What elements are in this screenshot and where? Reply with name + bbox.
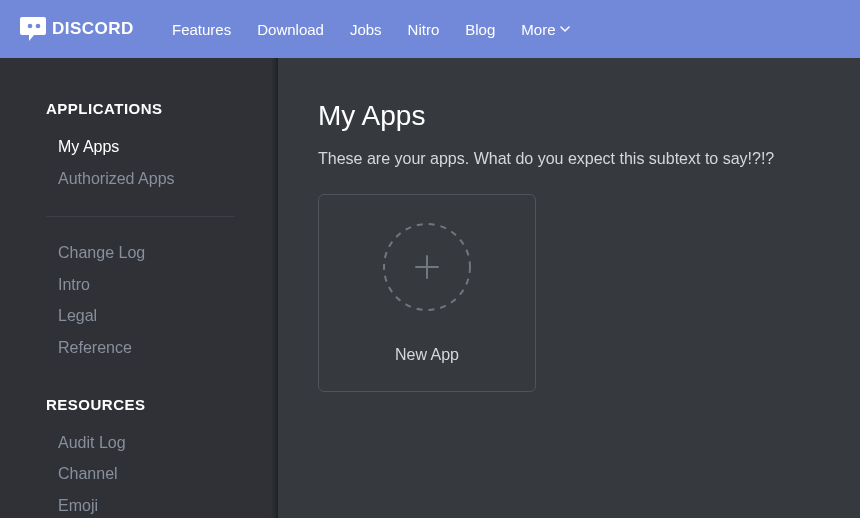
sidebar-item-authorized-apps[interactable]: Authorized Apps — [0, 163, 277, 195]
sidebar-item-reference[interactable]: Reference — [0, 332, 277, 364]
sidebar-item-label: My Apps — [58, 138, 119, 155]
nav-link-label: Blog — [465, 21, 495, 38]
sidebar-item-label: Legal — [58, 307, 97, 324]
sidebar-item-label: Channel — [58, 465, 118, 482]
nav-links: Features Download Jobs Nitro Blog More — [172, 21, 570, 38]
plus-icon — [413, 253, 441, 281]
nav-link-blog[interactable]: Blog — [465, 21, 495, 38]
brand-wordmark: DISCORD — [52, 19, 134, 38]
sidebar: APPLICATIONS My Apps Authorized Apps Cha… — [0, 58, 278, 518]
chevron-down-icon — [560, 24, 570, 34]
sidebar-item-change-log[interactable]: Change Log — [0, 237, 277, 269]
sidebar-item-label: Change Log — [58, 244, 145, 261]
new-app-label: New App — [395, 346, 459, 364]
svg-point-0 — [28, 24, 33, 29]
new-app-card[interactable]: New App — [318, 194, 536, 392]
page-title: My Apps — [318, 100, 820, 132]
sidebar-group-resources: RESOURCES Audit Log Channel Emoji Guild — [0, 364, 277, 518]
sidebar-item-channel[interactable]: Channel — [0, 458, 277, 490]
sidebar-item-label: Authorized Apps — [58, 170, 175, 187]
sidebar-item-my-apps[interactable]: My Apps — [0, 131, 277, 163]
nav-link-label: Features — [172, 21, 231, 38]
nav-link-label: Jobs — [350, 21, 382, 38]
nav-link-download[interactable]: Download — [257, 21, 324, 38]
discord-logo-icon: DISCORD — [20, 14, 150, 44]
nav-link-jobs[interactable]: Jobs — [350, 21, 382, 38]
topbar: DISCORD Features Download Jobs Nitro Blo… — [0, 0, 860, 58]
main-content: My Apps These are your apps. What do you… — [278, 58, 860, 518]
plus-circle — [382, 222, 472, 312]
brand-logo[interactable]: DISCORD — [20, 14, 150, 44]
nav-link-nitro[interactable]: Nitro — [408, 21, 440, 38]
sidebar-item-intro[interactable]: Intro — [0, 269, 277, 301]
nav-link-more[interactable]: More — [521, 21, 569, 38]
sidebar-item-legal[interactable]: Legal — [0, 300, 277, 332]
nav-link-features[interactable]: Features — [172, 21, 231, 38]
sidebar-heading-applications: APPLICATIONS — [0, 100, 277, 131]
sidebar-item-label: Reference — [58, 339, 132, 356]
page-subtext: These are your apps. What do you expect … — [318, 150, 820, 168]
sidebar-group-applications: APPLICATIONS My Apps Authorized Apps — [0, 100, 277, 194]
svg-point-1 — [36, 24, 41, 29]
sidebar-separator — [46, 216, 235, 217]
sidebar-item-label: Audit Log — [58, 434, 126, 451]
page-body: APPLICATIONS My Apps Authorized Apps Cha… — [0, 58, 860, 518]
sidebar-item-emoji[interactable]: Emoji — [0, 490, 277, 518]
sidebar-item-audit-log[interactable]: Audit Log — [0, 427, 277, 459]
nav-link-label: More — [521, 21, 555, 38]
sidebar-item-label: Emoji — [58, 497, 98, 514]
nav-link-label: Download — [257, 21, 324, 38]
sidebar-heading-resources: RESOURCES — [0, 364, 277, 427]
nav-link-label: Nitro — [408, 21, 440, 38]
sidebar-group-docs: Change Log Intro Legal Reference — [0, 237, 277, 363]
sidebar-item-label: Intro — [58, 276, 90, 293]
